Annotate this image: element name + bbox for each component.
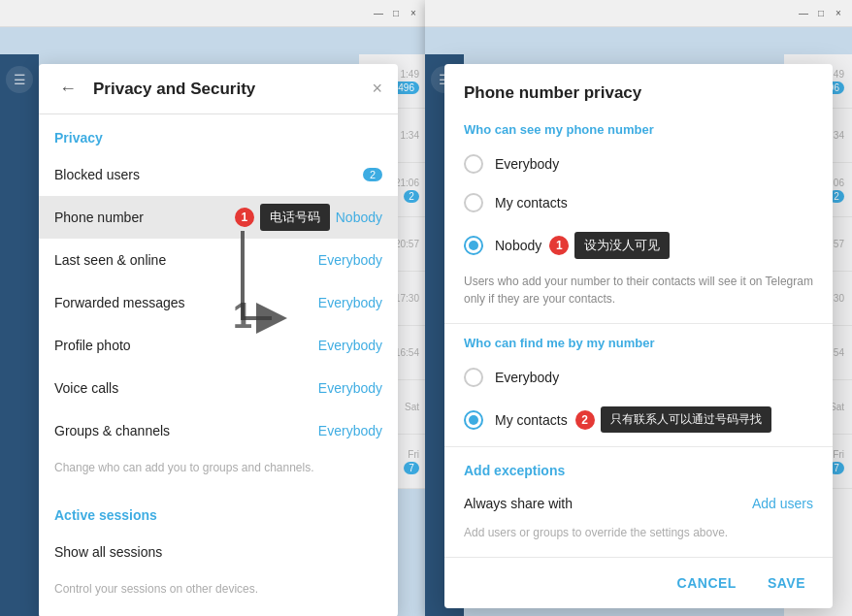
panel-close-button[interactable]: × xyxy=(372,79,382,99)
groups-channels-label: Groups & channels xyxy=(54,423,318,438)
right-window: — □ × ☰ 1:49 496 1:34 21:06 2 20:57 xyxy=(425,0,852,616)
dialog-divider-2 xyxy=(444,446,833,447)
radio-everybody-1[interactable]: Everybody xyxy=(444,145,833,183)
show-all-sessions-label: Show all sessions xyxy=(54,544,382,560)
chat-time: Sat xyxy=(405,402,419,412)
voice-calls-label: Voice calls xyxy=(54,380,318,396)
phone-number-label: Phone number xyxy=(54,210,235,225)
chat-time: Fri xyxy=(408,449,419,460)
panel-header: ← Privacy and Security × xyxy=(39,64,398,114)
minimize-btn-right[interactable]: — xyxy=(796,6,811,21)
blocked-users-label: Blocked users xyxy=(54,167,363,182)
step1-badge-right: 1 xyxy=(549,236,569,255)
active-sessions-desc: Control your sessions on other devices. xyxy=(39,573,398,613)
menu-icon[interactable]: ☰ xyxy=(6,66,33,93)
voice-calls-value: Everybody xyxy=(318,380,382,396)
chat-time: 20:57 xyxy=(395,239,419,249)
tg-sidebar: ☰ xyxy=(0,54,39,616)
dialog-divider xyxy=(444,323,833,324)
last-seen-label: Last seen & online xyxy=(54,252,318,268)
privacy-section-label: Privacy xyxy=(39,114,398,153)
phone-number-item[interactable]: Phone number 1 电话号码 Nobody xyxy=(39,196,398,239)
radio-circle-everybody-1 xyxy=(464,154,483,174)
phone-number-value: Nobody xyxy=(336,210,382,225)
radio-my-contacts-2[interactable]: My contacts 2 只有联系人可以通过号码寻找 xyxy=(444,397,833,442)
privacy-panel: ← Privacy and Security × Privacy Blocked… xyxy=(39,64,398,616)
profile-photo-label: Profile photo xyxy=(54,338,318,353)
radio-circle-everybody-2 xyxy=(464,368,483,387)
radio-circle-my-contacts-1 xyxy=(464,193,483,212)
close-btn-right[interactable]: × xyxy=(831,6,846,21)
groups-channels-value: Everybody xyxy=(318,423,382,438)
privacy-section-desc: Change who can add you to groups and cha… xyxy=(39,452,398,492)
step1-badge-left: 1 xyxy=(235,208,254,227)
chat-badge: 2 xyxy=(404,190,419,203)
step2-badge: 2 xyxy=(575,410,595,430)
radio-label-everybody-1: Everybody xyxy=(495,156,559,172)
telegram-bg-right: ☰ 1:49 496 1:34 21:06 2 20:57 17:30 16:5… xyxy=(425,27,852,616)
chat-time: 21:06 xyxy=(395,178,419,188)
radio-label-everybody-2: Everybody xyxy=(495,370,559,385)
my-contacts-tooltip: 只有联系人可以通过号码寻找 xyxy=(601,406,771,433)
add-exceptions-title: Add exceptions xyxy=(444,451,833,486)
profile-photo-value: Everybody xyxy=(318,338,382,353)
forwarded-messages-value: Everybody xyxy=(318,295,382,310)
section1-desc: Users who add your number to their conta… xyxy=(444,269,833,319)
maximize-btn[interactable]: □ xyxy=(388,6,404,21)
minimize-btn[interactable]: — xyxy=(371,6,386,21)
section2-title: Who can find me by my number xyxy=(444,328,833,358)
radio-everybody-2[interactable]: Everybody xyxy=(444,358,833,397)
left-window: — □ × ☰ 1:49 5496 1:34 21:06 2 20:57 xyxy=(0,0,427,616)
profile-photo-item[interactable]: Profile photo Everybody xyxy=(39,324,398,367)
telegram-bg-left: ☰ 1:49 5496 1:34 21:06 2 20:57 17:30 16:… xyxy=(0,27,427,616)
radio-label-nobody: Nobody xyxy=(495,238,541,253)
show-all-sessions-item[interactable]: Show all sessions xyxy=(39,531,398,573)
forwarded-messages-item[interactable]: Forwarded messages Everybody xyxy=(39,281,398,324)
right-titlebar: — □ × xyxy=(425,0,852,27)
radio-circle-nobody xyxy=(464,236,483,255)
dialog-title: Phone number privacy xyxy=(444,64,833,114)
chat-time: 1:34 xyxy=(401,130,419,141)
nobody-tooltip: 设为没人可见 xyxy=(574,232,670,259)
radio-my-contacts-1[interactable]: My contacts xyxy=(444,183,833,222)
maximize-btn-right[interactable]: □ xyxy=(813,6,829,21)
dialog-actions: CANCEL SAVE xyxy=(444,557,833,608)
last-seen-value: Everybody xyxy=(318,252,382,268)
chat-badge: 7 xyxy=(404,462,419,474)
active-sessions-label: Active sessions xyxy=(39,492,398,531)
phone-privacy-dialog: Phone number privacy Who can see my phon… xyxy=(444,64,833,608)
panel-body: Privacy Blocked users 2 Phone number 1 电… xyxy=(39,114,398,616)
voice-calls-item[interactable]: Voice calls Everybody xyxy=(39,367,398,409)
back-button[interactable]: ← xyxy=(54,76,82,103)
close-btn-left[interactable]: × xyxy=(406,6,421,21)
radio-circle-my-contacts-2 xyxy=(464,410,483,430)
exceptions-desc: Add users or groups to override the sett… xyxy=(444,521,833,557)
chat-time: 16:54 xyxy=(395,347,419,358)
phone-number-tooltip: 电话号码 xyxy=(260,204,330,231)
cancel-button[interactable]: CANCEL xyxy=(670,569,744,597)
chat-time: 1:49 xyxy=(401,69,419,80)
radio-label-my-contacts-1: My contacts xyxy=(495,195,568,211)
always-share-label: Always share with xyxy=(464,496,752,511)
always-share-row: Always share with Add users xyxy=(444,486,833,521)
chat-time: Fri xyxy=(833,449,844,460)
groups-channels-item[interactable]: Groups & channels Everybody xyxy=(39,409,398,452)
last-seen-item[interactable]: Last seen & online Everybody xyxy=(39,239,398,281)
radio-nobody[interactable]: Nobody 1 设为没人可见 xyxy=(444,222,833,269)
panel-title: Privacy and Security xyxy=(93,80,372,99)
blocked-users-item[interactable]: Blocked users 2 xyxy=(39,153,398,196)
save-button[interactable]: SAVE xyxy=(760,569,813,597)
blocked-users-badge: 2 xyxy=(363,168,382,181)
forwarded-messages-label: Forwarded messages xyxy=(54,295,318,310)
radio-label-my-contacts-2: My contacts xyxy=(495,412,568,428)
chat-time: 17:30 xyxy=(395,293,419,304)
section1-title: Who can see my phone number xyxy=(444,114,833,145)
add-users-link[interactable]: Add users xyxy=(752,496,813,511)
left-titlebar: — □ × xyxy=(0,0,427,27)
